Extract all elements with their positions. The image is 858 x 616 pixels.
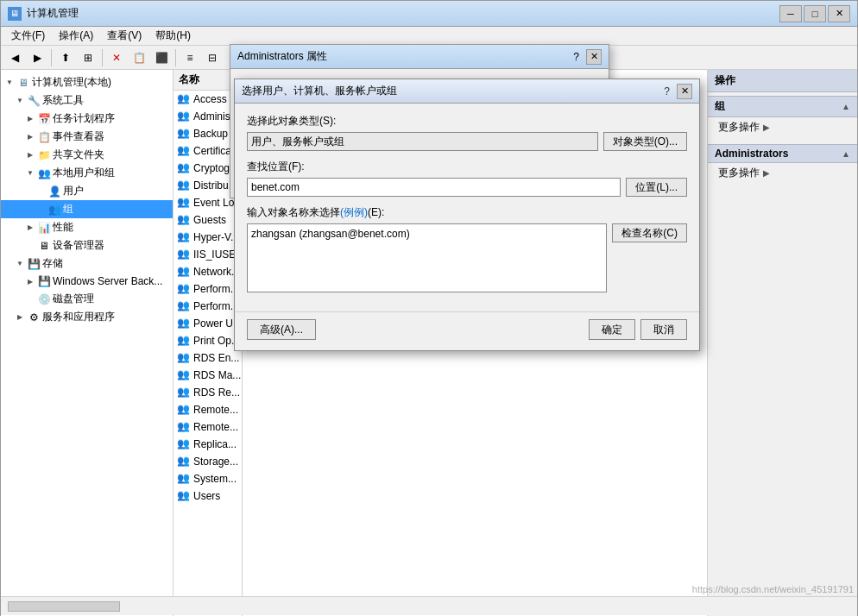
users-icon: 👤	[47, 185, 61, 198]
list-item-rdsma[interactable]: 👥 RDS Ma...	[173, 367, 242, 384]
toolbar-separator	[51, 49, 52, 66]
tree-item-services[interactable]: ▶ ⚙ 服务和应用程序	[1, 308, 173, 326]
modal-admins-help-icon[interactable]: ?	[573, 51, 579, 63]
list-label-remote1: Remote...	[193, 404, 238, 416]
delete-button[interactable]: ✕	[106, 48, 127, 67]
ops-section-title-admins: Administrators ▲	[708, 144, 857, 163]
group-icon-admins: 👥	[177, 110, 191, 123]
list-item-rdsen[interactable]: 👥 RDS En...	[173, 349, 242, 367]
minimize-button[interactable]: ─	[779, 5, 802, 22]
list-item-replication[interactable]: 👥 Replica...	[173, 436, 242, 453]
list-item-remote1[interactable]: 👥 Remote...	[173, 401, 242, 418]
groups-icon: 👥	[47, 203, 61, 217]
list-item-perf1[interactable]: 👥 Perform...	[173, 280, 242, 298]
modal-select-help-icon[interactable]: ?	[664, 85, 670, 97]
list-item-print[interactable]: 👥 Print Op...	[173, 332, 242, 349]
tree-item-users[interactable]: ▶ 👤 用户	[1, 182, 173, 200]
ops-more-actions1[interactable]: 更多操作 ▶	[708, 117, 857, 137]
group-icon-distrib: 👥	[177, 179, 191, 192]
list-label-rdsma: RDS Ma...	[193, 369, 241, 381]
tree-item-task-scheduler[interactable]: ▶ 📅 任务计划程序	[1, 110, 173, 128]
tree-label-users: 用户	[63, 184, 84, 198]
tree-item-system-tools[interactable]: ▼ 🔧 系统工具	[1, 91, 173, 110]
modal-select-close-button[interactable]: ✕	[677, 84, 692, 99]
back-button[interactable]: ◀	[4, 48, 25, 67]
help-icon-button[interactable]: ⬛	[151, 48, 172, 67]
modal-advanced-button[interactable]: 高级(A)...	[247, 319, 316, 340]
tree-item-performance[interactable]: ▶ 📊 性能	[1, 218, 173, 236]
tree-item-disk-management[interactable]: ▶ 💿 磁盘管理	[1, 290, 173, 308]
modal-select-body: 选择此对象类型(S): 对象类型(O)... 查找位置(F): 位置(L)...…	[235, 104, 699, 311]
modal-check-button[interactable]: 检查名称(C)	[612, 223, 687, 242]
ops-more-actions2[interactable]: 更多操作 ▶	[708, 163, 857, 183]
tree-item-computer[interactable]: ▼ 🖥 计算机管理(本地)	[1, 73, 173, 91]
menu-file[interactable]: 文件(F)	[4, 27, 52, 45]
list-item-storage-list[interactable]: 👥 Storage...	[173, 453, 242, 470]
modal-name-textarea[interactable]: zhangsan (zhangsan@benet.com)	[247, 223, 607, 292]
list-item-rdsre[interactable]: 👥 RDS Re...	[173, 384, 242, 401]
tree-item-event-viewer[interactable]: ▶ 📋 事件查看器	[1, 128, 173, 146]
refresh-button[interactable]: ⊞	[78, 48, 98, 67]
ops-header: 操作	[708, 70, 857, 92]
tree-item-windows-backup[interactable]: ▶ 💾 Windows Server Back...	[1, 273, 173, 290]
view2-button[interactable]: ⊟	[202, 48, 223, 67]
modal-location-input[interactable]	[247, 178, 621, 197]
tree-item-device-manager[interactable]: ▶ 🖥 设备管理器	[1, 236, 173, 255]
tree-label-groups: 组	[63, 202, 73, 217]
modal-admins-close-button[interactable]: ✕	[586, 49, 602, 65]
modal-example-link[interactable]: (例例)	[340, 206, 368, 218]
modal-type-button[interactable]: 对象类型(O)...	[603, 132, 687, 151]
modal-cancel-button[interactable]: 取消	[640, 319, 687, 340]
expand-arrow-perf: ▶	[25, 223, 35, 233]
properties-button[interactable]: 📋	[129, 48, 149, 67]
ops-more-actions1-label: 更多操作	[718, 120, 760, 135]
list-item-users-list[interactable]: 👥 Users	[173, 487, 242, 505]
close-button[interactable]: ✕	[828, 5, 850, 22]
modal-select-user: 选择用户、计算机、服务帐户或组 ? ✕ 选择此对象类型(S): 对象类型(O).…	[234, 79, 700, 351]
expand-arrow-services: ▶	[15, 312, 25, 323]
list-item-system[interactable]: 👥 System...	[173, 470, 242, 487]
up-button[interactable]: ⬆	[55, 48, 76, 67]
modal-ok-button[interactable]: 确定	[589, 319, 635, 340]
tree-label-task-scheduler: 任务计划程序	[53, 111, 115, 126]
tree-item-shared-folders[interactable]: ▶ 📁 共享文件夹	[1, 146, 173, 164]
list-label-access: Access	[193, 93, 227, 105]
group-icon-storage: 👥	[177, 455, 191, 468]
tree-item-local-users[interactable]: ▼ 👥 本地用户和组	[1, 164, 173, 182]
group-icon-rdsen: 👥	[177, 351, 191, 365]
list-item-power[interactable]: 👥 Power U...	[173, 315, 242, 332]
group-icon-access: 👥	[177, 92, 191, 106]
group-icon-rdsre: 👥	[177, 386, 191, 399]
list-item-guests[interactable]: 👥 Guests	[173, 211, 242, 229]
ops-section-group: 组 ▲ 更多操作 ▶	[708, 92, 857, 141]
list-item-network[interactable]: 👥 Network...	[173, 263, 242, 280]
view-button[interactable]: ≡	[180, 48, 200, 67]
list-item-hyperv[interactable]: 👥 Hyper-V...	[173, 229, 242, 246]
shared-folders-icon: 📁	[37, 148, 51, 162]
group-icon-perf1: 👥	[177, 282, 191, 296]
tree-item-storage[interactable]: ▼ 💾 存储	[1, 255, 173, 273]
list-item-perf2[interactable]: 👥 Perform...	[173, 298, 242, 315]
expand-arrow-shared: ▶	[25, 150, 35, 160]
list-label-system: System...	[193, 473, 237, 485]
menu-view[interactable]: 查看(V)	[100, 27, 148, 45]
modal-type-input[interactable]	[247, 132, 598, 151]
modal-location-button[interactable]: 位置(L)...	[626, 178, 687, 197]
list-label-hyperv: Hyper-V...	[193, 231, 239, 243]
maximize-button[interactable]: □	[804, 5, 826, 22]
list-item-remote2[interactable]: 👥 Remote...	[173, 418, 242, 436]
menu-help[interactable]: 帮助(H)	[148, 27, 198, 45]
tree-item-groups[interactable]: ▶ 👥 组	[1, 200, 173, 218]
menu-action[interactable]: 操作(A)	[52, 27, 100, 45]
forward-button[interactable]: ▶	[27, 48, 47, 67]
storage-icon: 💾	[27, 257, 41, 271]
window-title: 计算机管理	[27, 6, 779, 21]
tree-pane: ▼ 🖥 计算机管理(本地) ▼ 🔧 系统工具 ▶ 📅 任务计划程序 ▶ 📋 事件…	[1, 70, 173, 616]
list-item-iis[interactable]: 👥 IIS_IUSE...	[173, 246, 242, 263]
toolbar-separator3	[175, 49, 176, 66]
list-label-network: Network...	[193, 266, 240, 278]
main-window: 🖥 计算机管理 ─ □ ✕ 文件(F) 操作(A) 查看(V) 帮助(H) ◀ …	[0, 0, 858, 616]
ops-section-title-group: 组 ▲	[708, 96, 857, 117]
modal-name-row: zhangsan (zhangsan@benet.com) 检查名称(C)	[247, 223, 687, 292]
status-scrollbar[interactable]	[8, 601, 120, 612]
